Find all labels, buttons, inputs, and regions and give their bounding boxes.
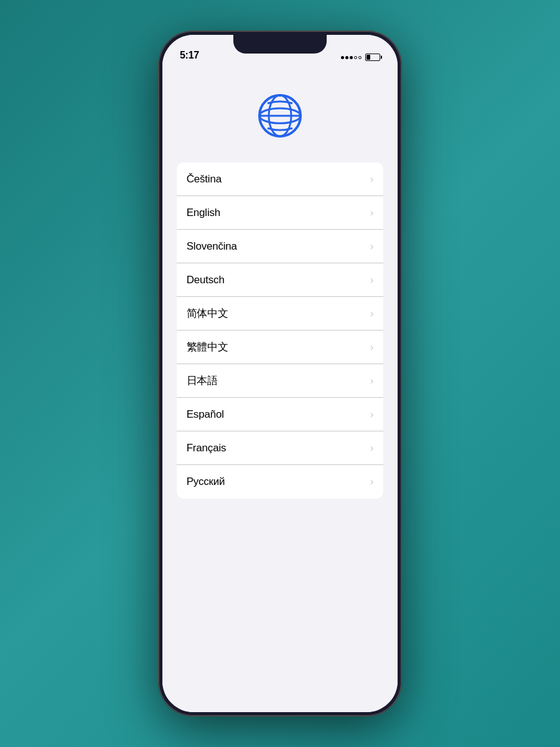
chevron-icon-francais: ›	[370, 443, 373, 454]
language-label-japanese: 日本語	[187, 374, 218, 388]
language-label-russian: Русский	[187, 476, 225, 488]
chevron-icon-japanese: ›	[370, 375, 373, 387]
battery-icon	[365, 54, 380, 61]
globe-area	[255, 66, 305, 162]
chevron-icon-traditional-chinese: ›	[370, 342, 373, 353]
signal-dot-3	[350, 56, 353, 59]
language-item-espanol[interactable]: Español›	[177, 398, 384, 431]
language-label-cestina: Čeština	[187, 173, 222, 186]
chevron-icon-slovencina: ›	[370, 241, 373, 252]
signal-icon	[341, 56, 362, 59]
signal-dot-2	[345, 56, 348, 59]
signal-dot-1	[341, 56, 344, 59]
language-item-japanese[interactable]: 日本語›	[177, 364, 384, 398]
globe-icon	[255, 91, 305, 141]
chevron-icon-simplified-chinese: ›	[370, 308, 373, 319]
language-item-traditional-chinese[interactable]: 繁體中文›	[177, 331, 384, 364]
phone-frame: 5:17	[159, 31, 401, 716]
chevron-icon-cestina: ›	[370, 174, 373, 185]
language-item-francais[interactable]: Français›	[177, 431, 384, 465]
language-label-simplified-chinese: 简体中文	[187, 306, 228, 321]
language-label-slovencina: Slovenčina	[187, 240, 237, 253]
language-label-traditional-chinese: 繁體中文	[187, 340, 228, 354]
signal-dot-4	[354, 56, 357, 59]
chevron-icon-english: ›	[370, 207, 373, 218]
language-item-cestina[interactable]: Čeština›	[177, 162, 384, 196]
screen-content: Čeština›English›Slovenčina›Deutsch›简体中文›…	[162, 66, 398, 712]
language-label-espanol: Español	[187, 408, 224, 421]
chevron-icon-espanol: ›	[370, 409, 373, 420]
language-list: Čeština›English›Slovenčina›Deutsch›简体中文›…	[177, 162, 384, 499]
phone-screen: 5:17	[162, 35, 398, 712]
language-label-english: English	[187, 207, 220, 219]
status-icons	[341, 54, 380, 61]
phone-outer-shell: 5:17	[159, 31, 401, 716]
battery-fill	[366, 55, 370, 60]
chevron-icon-russian: ›	[370, 476, 373, 487]
language-item-deutsch[interactable]: Deutsch›	[177, 263, 384, 297]
language-item-english[interactable]: English›	[177, 196, 384, 230]
language-item-simplified-chinese[interactable]: 简体中文›	[177, 297, 384, 331]
language-item-slovencina[interactable]: Slovenčina›	[177, 230, 384, 263]
chevron-icon-deutsch: ›	[370, 275, 373, 286]
language-label-deutsch: Deutsch	[187, 274, 225, 286]
language-label-francais: Français	[187, 442, 226, 454]
status-time: 5:17	[180, 50, 199, 61]
language-item-russian[interactable]: Русский›	[177, 465, 384, 499]
signal-dot-5	[358, 56, 362, 59]
phone-notch	[233, 35, 327, 54]
